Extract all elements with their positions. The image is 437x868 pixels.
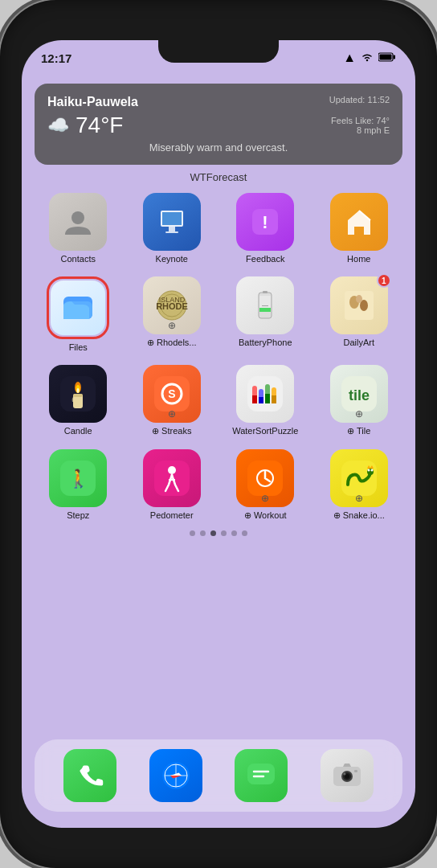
svg-point-52 <box>367 469 370 472</box>
weather-updated: Updated: 11:52 <box>329 95 390 109</box>
app-dailyart[interactable]: 1 DailyArt <box>316 276 403 352</box>
contacts-label: Contacts <box>61 254 96 264</box>
pedometer-icon <box>143 449 201 507</box>
app-files[interactable]: Files <box>35 276 122 352</box>
svg-rect-66 <box>354 770 357 772</box>
app-pedometer[interactable]: Pedometer <box>129 449 216 521</box>
streaks-cloud-icon: ⊕ <box>168 408 176 420</box>
app-grid: Contacts Keynote <box>35 193 402 521</box>
svg-rect-6 <box>169 227 175 231</box>
files-ring <box>47 276 109 339</box>
weather-wind: 8 mph E <box>129 125 390 135</box>
svg-point-53 <box>370 469 373 472</box>
svg-rect-40 <box>259 397 263 403</box>
batteryphone-icon: — <box>236 276 294 334</box>
app-feedback[interactable]: ! Feedback <box>222 193 309 264</box>
watersort-label: WaterSortPuzzle <box>232 426 298 436</box>
svg-rect-2 <box>380 55 392 60</box>
svg-point-24 <box>356 295 362 303</box>
app-streaks[interactable]: S ⊕ ⊕ Streaks <box>129 365 216 436</box>
notch <box>158 40 279 63</box>
app-watersort[interactable]: WaterSortPuzzle <box>222 365 309 436</box>
dailyart-badge: 1 <box>377 273 391 288</box>
dock-phone[interactable] <box>63 749 116 802</box>
app-candle[interactable]: Candle <box>35 365 122 436</box>
svg-point-65 <box>343 773 345 776</box>
files-label: Files <box>69 342 88 352</box>
feedback-label: Feedback <box>246 254 284 264</box>
app-rhodels[interactable]: RHODE ISLAND ⊕ ⊕ Rhodels... <box>129 276 216 352</box>
stepz-label: Stepz <box>67 510 89 520</box>
svg-text:—: — <box>262 301 268 309</box>
weather-feels-like: Feels Like: 74° <box>129 116 390 125</box>
widget-label: WTForecast <box>35 171 402 183</box>
snake-icon: ⊕ <box>330 449 388 507</box>
dock-safari[interactable] <box>149 749 202 802</box>
app-keynote[interactable]: Keynote <box>129 193 216 264</box>
dock-camera[interactable] <box>321 749 374 802</box>
stepz-icon: 🚶 <box>49 449 107 507</box>
app-tile[interactable]: tile ⊕ ⊕ Tile <box>316 365 403 436</box>
signal-icon: ▲ <box>343 51 356 65</box>
weather-widget[interactable]: Haiku-Pauwela Updated: 11:52 ☁️ 74°F Fee… <box>35 84 402 165</box>
status-time: 12:17 <box>41 51 71 65</box>
phone-screen: 12:17 ▲ <box>22 40 415 828</box>
svg-rect-7 <box>165 231 178 233</box>
app-workout[interactable]: ⊕ ⊕ Workout <box>222 449 309 521</box>
pedometer-label: Pedometer <box>150 510 194 520</box>
weather-description: Miserably warm and overcast. <box>47 141 390 154</box>
workout-label: ⊕ Workout <box>244 510 287 521</box>
svg-text:S: S <box>168 387 175 400</box>
dock <box>35 739 402 812</box>
watersort-icon <box>236 365 294 423</box>
app-stepz[interactable]: 🚶 Stepz <box>35 449 122 521</box>
svg-text:!: ! <box>263 212 268 232</box>
svg-rect-41 <box>265 394 270 403</box>
wifi-icon <box>361 51 374 65</box>
page-dot-1[interactable] <box>190 530 195 536</box>
workout-icon: ⊕ <box>236 449 294 507</box>
contacts-icon <box>49 193 107 251</box>
page-dot-4[interactable] <box>221 530 227 536</box>
phone-frame: 12:17 ▲ <box>0 0 437 868</box>
app-contacts[interactable]: Contacts <box>35 193 122 264</box>
svg-text:ISLAND: ISLAND <box>158 296 185 304</box>
svg-rect-1 <box>394 55 396 59</box>
tile-icon: tile ⊕ <box>330 365 388 423</box>
tile-cloud-icon: ⊕ <box>355 408 363 420</box>
streaks-label: ⊕ Streaks <box>152 426 191 436</box>
app-snake[interactable]: ⊕ ⊕ Snake.io... <box>316 449 403 521</box>
page-dot-6[interactable] <box>242 530 247 536</box>
app-home[interactable]: Home <box>316 193 403 264</box>
svg-rect-30 <box>73 394 83 397</box>
tile-label: ⊕ Tile <box>347 426 370 436</box>
weather-location: Haiku-Pauwela <box>47 95 138 109</box>
feedback-icon: ! <box>236 193 294 251</box>
home-icon <box>330 193 388 251</box>
rhodels-label: ⊕ Rhodels... <box>147 338 197 348</box>
dock-messages[interactable] <box>235 749 288 802</box>
svg-point-3 <box>71 211 84 224</box>
snake-label: ⊕ Snake.io... <box>333 510 385 521</box>
svg-rect-5 <box>162 212 182 225</box>
candle-label: Candle <box>64 426 92 436</box>
snake-cloud-icon: ⊕ <box>355 493 363 504</box>
svg-rect-42 <box>272 395 276 403</box>
svg-rect-47 <box>154 461 190 496</box>
page-dot-2[interactable] <box>200 530 206 536</box>
dailyart-icon: 1 <box>330 276 388 334</box>
home-label: Home <box>347 254 370 264</box>
page-dot-5[interactable] <box>231 530 237 536</box>
page-indicators <box>35 530 402 536</box>
keynote-label: Keynote <box>156 254 188 264</box>
battery-icon <box>378 51 396 65</box>
app-batteryphone[interactable]: — BatteryPhone <box>222 276 309 352</box>
keynote-icon <box>143 193 201 251</box>
svg-point-28 <box>77 388 80 393</box>
workout-cloud-icon: ⊕ <box>261 493 269 504</box>
rhodels-cloud-icon: ⊕ <box>168 320 176 331</box>
svg-text:tile: tile <box>349 387 370 403</box>
streaks-icon: S ⊕ <box>143 365 201 423</box>
page-dot-3[interactable] <box>210 530 216 536</box>
batteryphone-label: BatteryPhone <box>239 338 292 347</box>
